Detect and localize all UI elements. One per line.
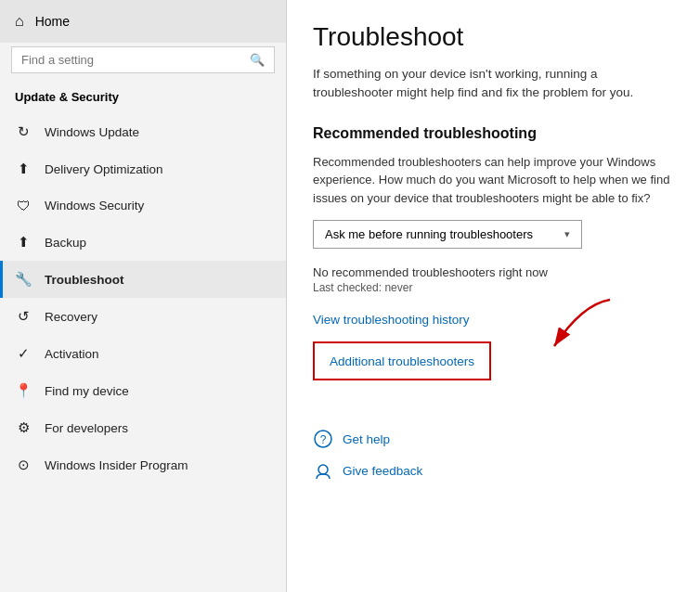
- sidebar-item-label: Delivery Optimization: [45, 162, 163, 176]
- home-icon: ⌂: [15, 13, 24, 30]
- sidebar-item-for-developers[interactable]: ⚙ For developers: [0, 409, 286, 446]
- sidebar-item-find-my-device[interactable]: 📍 Find my device: [0, 372, 286, 409]
- sidebar-item-label: Backup: [45, 236, 86, 250]
- give-feedback-row[interactable]: Give feedback: [313, 460, 674, 481]
- status-text: No recommended troubleshooters right now: [313, 265, 674, 279]
- troubleshoot-icon: 🔧: [15, 271, 32, 288]
- sidebar-item-label: Activation: [45, 347, 99, 361]
- windows-insider-icon: ⊙: [15, 457, 32, 473]
- for-developers-icon: ⚙: [15, 419, 32, 436]
- section-title: Update & Security: [0, 84, 286, 113]
- windows-security-icon: 🛡: [15, 198, 32, 213]
- sidebar-item-activation[interactable]: ✓ Activation: [0, 335, 286, 372]
- arrow-decoration: [526, 295, 629, 360]
- search-icon: 🔍: [250, 53, 265, 67]
- page-title: Troubleshoot: [313, 22, 674, 52]
- sidebar-item-label: For developers: [45, 421, 128, 435]
- get-help-row[interactable]: ? Get help: [313, 429, 674, 449]
- sidebar-item-label: Recovery: [45, 310, 97, 324]
- svg-point-3: [318, 465, 328, 474]
- give-feedback-icon: [313, 460, 333, 481]
- sidebar-item-label: Find my device: [45, 384, 129, 398]
- sidebar-item-home[interactable]: ⌂ Home: [0, 0, 286, 43]
- sidebar-item-troubleshoot[interactable]: 🔧 Troubleshoot: [0, 261, 286, 298]
- sidebar-item-windows-update[interactable]: ↻ Windows Update: [0, 113, 286, 150]
- additional-troubleshooters-link[interactable]: Additional troubleshooters: [330, 354, 474, 368]
- sidebar-home-label: Home: [35, 14, 70, 29]
- backup-icon: ⬆: [15, 234, 32, 251]
- intro-text: If something on your device isn't workin…: [313, 65, 674, 103]
- give-feedback-label: Give feedback: [343, 464, 422, 478]
- search-input[interactable]: [21, 53, 242, 67]
- get-help-label: Get help: [343, 432, 390, 446]
- svg-text:?: ?: [320, 433, 327, 446]
- recommended-heading: Recommended troubleshooting: [313, 125, 674, 142]
- windows-update-icon: ↻: [15, 123, 32, 140]
- delivery-optimization-icon: ⬆: [15, 161, 32, 177]
- search-box[interactable]: 🔍: [11, 46, 275, 73]
- sidebar-item-label: Windows Security: [45, 199, 144, 212]
- sidebar-item-backup[interactable]: ⬆ Backup: [0, 224, 286, 261]
- dropdown-value: Ask me before running troubleshooters: [325, 227, 533, 241]
- sidebar-item-label: Windows Update: [45, 125, 139, 139]
- sidebar-item-recovery[interactable]: ↺ Recovery: [0, 298, 286, 335]
- activation-icon: ✓: [15, 345, 32, 362]
- view-history-link[interactable]: View troubleshooting history: [313, 313, 470, 327]
- sidebar-item-label: Windows Insider Program: [45, 458, 188, 472]
- chevron-down-icon: ▾: [564, 228, 570, 240]
- get-help-icon: ?: [313, 429, 333, 449]
- additional-troubleshooters-box: Additional troubleshooters: [313, 341, 491, 380]
- recommended-desc: Recommended troubleshooters can help imp…: [313, 153, 674, 208]
- recovery-icon: ↺: [15, 308, 32, 325]
- find-my-device-icon: 📍: [15, 382, 32, 399]
- status-sub: Last checked: never: [313, 281, 674, 294]
- troubleshooter-dropdown[interactable]: Ask me before running troubleshooters ▾: [313, 220, 582, 249]
- sidebar-item-windows-insider[interactable]: ⊙ Windows Insider Program: [0, 446, 286, 483]
- sidebar-item-label: Troubleshoot: [45, 273, 124, 287]
- sidebar-item-delivery-optimization[interactable]: ⬆ Delivery Optimization: [0, 150, 286, 187]
- sidebar-item-windows-security[interactable]: 🛡 Windows Security: [0, 187, 286, 224]
- main-content: Troubleshoot If something on your device…: [287, 0, 700, 592]
- sidebar: ⌂ Home 🔍 Update & Security ↻ Windows Upd…: [0, 0, 286, 592]
